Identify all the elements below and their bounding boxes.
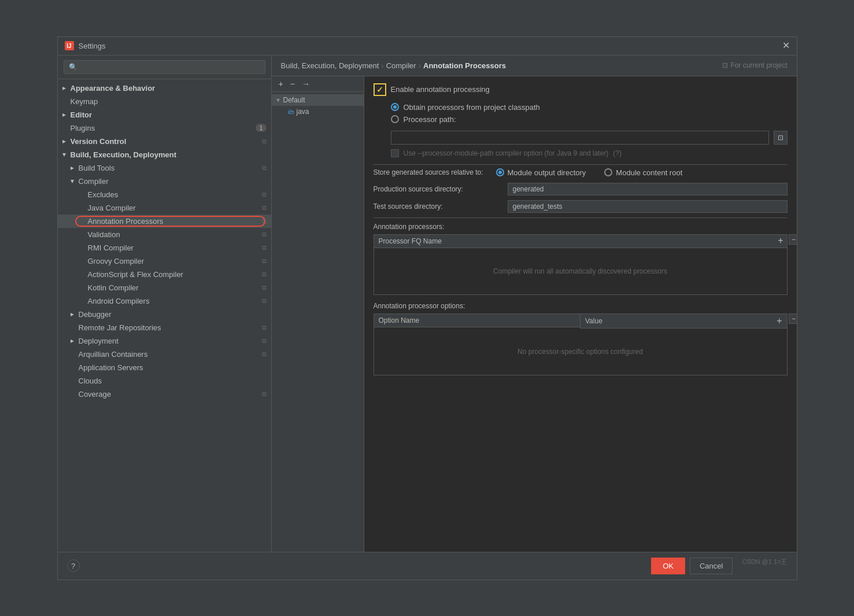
module-output-radio-row: Module output directory [496, 168, 586, 177]
obtain-processors-row: Obtain processors from project classpath [391, 103, 788, 112]
profile-default[interactable]: ▾ Default [272, 94, 364, 106]
options-table-body: No processor-specific options configured [374, 329, 787, 375]
watermark: CSDN @1 1=王 [742, 558, 787, 574]
production-sources-row: Production sources directory: [374, 183, 788, 196]
copy-icon: ⧉ [262, 204, 267, 212]
module-output-label: Module output directory [508, 168, 586, 177]
option-name-header: Option Name [374, 314, 581, 327]
sidebar-label: Android Compilers [88, 297, 262, 305]
sidebar-item-actionscript[interactable]: ActionScript & Flex Compiler ⧉ [58, 268, 271, 281]
sidebar-item-keymap[interactable]: Keymap [58, 95, 271, 108]
project-icon: ⊡ [722, 61, 728, 69]
processor-table-side: − [789, 234, 797, 245]
browse-button[interactable]: ⊡ [774, 131, 788, 145]
sidebar-item-android[interactable]: Android Compilers ⧉ [58, 294, 271, 308]
add-option-button[interactable]: + [777, 316, 782, 326]
app-icon: IJ [65, 41, 74, 50]
breadcrumb-part-1: Build, Execution, Deployment [281, 61, 379, 70]
profile-tree-content: ▾ Default 🗁 java [272, 92, 364, 552]
sidebar-item-compiler[interactable]: Compiler [58, 175, 271, 188]
sidebar-item-build[interactable]: Build, Execution, Deployment [58, 148, 271, 161]
enable-annotation-checkbox[interactable]: ✓ [374, 83, 386, 96]
processor-table-body: Compiler will run all automatically disc… [374, 248, 787, 294]
close-button[interactable]: ✕ [782, 41, 790, 50]
processor-path-input[interactable] [391, 131, 769, 145]
settings-dialog: IJ Settings ✕ Appearance & Behavior Keym… [57, 36, 797, 580]
sidebar-label: Clouds [79, 377, 267, 385]
arrow-icon [62, 137, 71, 145]
dialog-title: Settings [79, 42, 782, 50]
check-icon: ✓ [376, 85, 383, 94]
content-split: + − → ▾ Default 🗁 java [272, 76, 797, 552]
options-placeholder: No processor-specific options configured [517, 348, 643, 356]
sidebar-item-clouds[interactable]: Clouds [58, 374, 271, 388]
help-circle-icon: (?) [613, 149, 622, 157]
cancel-button[interactable]: Cancel [690, 558, 733, 574]
value-label: Value [585, 317, 602, 325]
sidebar-label: Build, Execution, Deployment [71, 150, 267, 159]
processor-path-radio[interactable] [391, 115, 399, 123]
processor-minus-button[interactable]: − [789, 234, 797, 245]
sidebar-item-kotlin[interactable]: Kotlin Compiler ⧉ [58, 281, 271, 294]
enable-annotation-row: ✓ Enable annotation processing [374, 83, 788, 96]
option-minus-button[interactable]: − [789, 313, 797, 324]
sidebar-label: Excludes [88, 190, 262, 199]
use-module-path-label: Use --processor-module-path compiler opt… [404, 149, 609, 157]
copy-icon: ⧉ [262, 337, 267, 345]
arrow-profile-button[interactable]: → [300, 79, 312, 89]
sidebar-item-appearance[interactable]: Appearance & Behavior [58, 82, 271, 95]
copy-icon: ⧉ [262, 271, 267, 278]
for-current-project: ⊡ For current project [722, 61, 787, 69]
tree-panel-toolbar: + − → [272, 76, 364, 92]
sidebar-item-build-tools[interactable]: Build Tools ⧉ [58, 161, 271, 175]
sidebar-item-remote-jar[interactable]: Remote Jar Repositories ⧉ [58, 321, 271, 334]
add-profile-button[interactable]: + [276, 79, 286, 89]
copy-icon: ⧉ [262, 257, 267, 265]
module-content-radio[interactable] [604, 168, 612, 176]
dialog-footer: ? OK Cancel CSDN @1 1=王 [58, 552, 797, 580]
copy-icon: ⧉ [262, 138, 267, 145]
dialog-body: Appearance & Behavior Keymap Editor Plug… [58, 56, 797, 552]
content-area: Build, Execution, Deployment › Compiler … [272, 56, 797, 552]
sidebar-item-groovy-compiler[interactable]: Groovy Compiler ⧉ [58, 254, 271, 268]
settings-panel: ✓ Enable annotation processing Obtain pr… [364, 76, 797, 552]
use-module-path-checkbox[interactable] [391, 149, 399, 157]
options-side-btns: − [789, 313, 797, 324]
copy-icon: ⧉ [262, 390, 267, 398]
module-output-radio[interactable] [496, 168, 504, 176]
ok-button[interactable]: OK [651, 558, 685, 574]
add-processor-button[interactable]: + [774, 235, 786, 246]
sidebar-item-editor[interactable]: Editor [58, 108, 271, 121]
value-header: Value + [581, 314, 787, 329]
sidebar-label: Plugins [71, 124, 256, 132]
processor-placeholder: Compiler will run all automatically disc… [493, 267, 667, 275]
sidebar-item-deployment[interactable]: Deployment ⧉ [58, 334, 271, 348]
sidebar-item-excludes[interactable]: Excludes ⧉ [58, 188, 271, 201]
sidebar: Appearance & Behavior Keymap Editor Plug… [58, 56, 272, 552]
sidebar-item-arquillian[interactable]: Arquillian Containers ⧉ [58, 348, 271, 361]
obtain-processors-radio[interactable] [391, 103, 399, 111]
sidebar-label: Java Compiler [88, 204, 262, 212]
profile-label: Default [283, 96, 305, 104]
search-input[interactable] [64, 60, 265, 74]
title-bar: IJ Settings ✕ [58, 37, 797, 56]
breadcrumb-part-2: Compiler [386, 61, 416, 70]
sidebar-item-plugins[interactable]: Plugins 1 [58, 121, 271, 135]
sidebar-label: Version Control [71, 137, 262, 146]
sidebar-item-debugger[interactable]: Debugger [58, 308, 271, 321]
sidebar-item-coverage[interactable]: Coverage ⧉ [58, 388, 271, 401]
sidebar-item-rmi-compiler[interactable]: RMI Compiler ⧉ [58, 241, 271, 254]
remove-profile-button[interactable]: − [288, 79, 297, 89]
sidebar-item-app-servers[interactable]: Application Servers [58, 361, 271, 374]
sidebar-item-validation[interactable]: Validation ⧉ [58, 228, 271, 241]
profile-java[interactable]: 🗁 java [272, 106, 364, 117]
breadcrumb-sep-2: › [419, 61, 421, 70]
help-button[interactable]: ? [67, 559, 80, 572]
test-sources-input[interactable] [508, 200, 788, 213]
sidebar-item-java-compiler[interactable]: Java Compiler ⧉ [58, 201, 271, 215]
production-sources-input[interactable] [508, 183, 788, 196]
sidebar-item-annotation-processors[interactable]: Annotation Processors ⧉ [58, 215, 271, 228]
sidebar-item-version-control[interactable]: Version Control ⧉ [58, 135, 271, 148]
option-name-col: Option Name [374, 314, 581, 329]
sidebar-label: Build Tools [79, 164, 262, 172]
